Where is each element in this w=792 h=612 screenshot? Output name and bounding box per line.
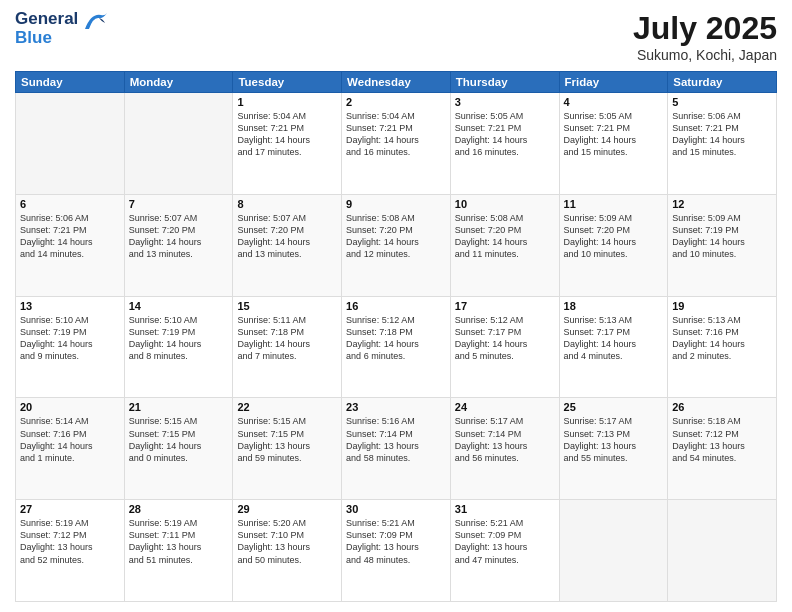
title-block: July 2025 Sukumo, Kochi, Japan (633, 10, 777, 63)
day-number: 12 (672, 198, 772, 210)
table-row: 18Sunrise: 5:13 AM Sunset: 7:17 PM Dayli… (559, 296, 668, 398)
table-row: 4Sunrise: 5:05 AM Sunset: 7:21 PM Daylig… (559, 93, 668, 195)
table-row (16, 93, 125, 195)
day-info: Sunrise: 5:04 AM Sunset: 7:21 PM Dayligh… (346, 110, 446, 159)
day-number: 4 (564, 96, 664, 108)
day-number: 10 (455, 198, 555, 210)
table-row: 13Sunrise: 5:10 AM Sunset: 7:19 PM Dayli… (16, 296, 125, 398)
col-saturday: Saturday (668, 72, 777, 93)
day-info: Sunrise: 5:12 AM Sunset: 7:17 PM Dayligh… (455, 314, 555, 363)
day-number: 24 (455, 401, 555, 413)
table-row: 3Sunrise: 5:05 AM Sunset: 7:21 PM Daylig… (450, 93, 559, 195)
day-number: 26 (672, 401, 772, 413)
col-monday: Monday (124, 72, 233, 93)
day-info: Sunrise: 5:13 AM Sunset: 7:17 PM Dayligh… (564, 314, 664, 363)
table-row (124, 93, 233, 195)
day-number: 30 (346, 503, 446, 515)
col-sunday: Sunday (16, 72, 125, 93)
day-info: Sunrise: 5:19 AM Sunset: 7:12 PM Dayligh… (20, 517, 120, 566)
table-row: 25Sunrise: 5:17 AM Sunset: 7:13 PM Dayli… (559, 398, 668, 500)
day-number: 18 (564, 300, 664, 312)
day-number: 17 (455, 300, 555, 312)
table-row: 5Sunrise: 5:06 AM Sunset: 7:21 PM Daylig… (668, 93, 777, 195)
day-info: Sunrise: 5:12 AM Sunset: 7:18 PM Dayligh… (346, 314, 446, 363)
day-number: 3 (455, 96, 555, 108)
day-info: Sunrise: 5:15 AM Sunset: 7:15 PM Dayligh… (237, 415, 337, 464)
day-info: Sunrise: 5:05 AM Sunset: 7:21 PM Dayligh… (564, 110, 664, 159)
day-number: 5 (672, 96, 772, 108)
calendar-week-row: 27Sunrise: 5:19 AM Sunset: 7:12 PM Dayli… (16, 500, 777, 602)
day-number: 29 (237, 503, 337, 515)
day-number: 25 (564, 401, 664, 413)
day-number: 11 (564, 198, 664, 210)
table-row: 31Sunrise: 5:21 AM Sunset: 7:09 PM Dayli… (450, 500, 559, 602)
day-info: Sunrise: 5:15 AM Sunset: 7:15 PM Dayligh… (129, 415, 229, 464)
table-row: 22Sunrise: 5:15 AM Sunset: 7:15 PM Dayli… (233, 398, 342, 500)
table-row: 17Sunrise: 5:12 AM Sunset: 7:17 PM Dayli… (450, 296, 559, 398)
day-info: Sunrise: 5:11 AM Sunset: 7:18 PM Dayligh… (237, 314, 337, 363)
col-thursday: Thursday (450, 72, 559, 93)
table-row: 6Sunrise: 5:06 AM Sunset: 7:21 PM Daylig… (16, 194, 125, 296)
table-row: 19Sunrise: 5:13 AM Sunset: 7:16 PM Dayli… (668, 296, 777, 398)
day-number: 7 (129, 198, 229, 210)
table-row: 16Sunrise: 5:12 AM Sunset: 7:18 PM Dayli… (342, 296, 451, 398)
col-wednesday: Wednesday (342, 72, 451, 93)
day-info: Sunrise: 5:07 AM Sunset: 7:20 PM Dayligh… (237, 212, 337, 261)
table-row: 7Sunrise: 5:07 AM Sunset: 7:20 PM Daylig… (124, 194, 233, 296)
day-info: Sunrise: 5:21 AM Sunset: 7:09 PM Dayligh… (346, 517, 446, 566)
day-info: Sunrise: 5:10 AM Sunset: 7:19 PM Dayligh… (129, 314, 229, 363)
day-number: 22 (237, 401, 337, 413)
day-info: Sunrise: 5:08 AM Sunset: 7:20 PM Dayligh… (455, 212, 555, 261)
day-info: Sunrise: 5:14 AM Sunset: 7:16 PM Dayligh… (20, 415, 120, 464)
table-row: 28Sunrise: 5:19 AM Sunset: 7:11 PM Dayli… (124, 500, 233, 602)
header: General Blue July 2025 Sukumo, Kochi, Ja… (15, 10, 777, 63)
page: General Blue July 2025 Sukumo, Kochi, Ja… (0, 0, 792, 612)
calendar-week-row: 20Sunrise: 5:14 AM Sunset: 7:16 PM Dayli… (16, 398, 777, 500)
location: Sukumo, Kochi, Japan (633, 47, 777, 63)
day-number: 1 (237, 96, 337, 108)
day-info: Sunrise: 5:07 AM Sunset: 7:20 PM Dayligh… (129, 212, 229, 261)
day-number: 9 (346, 198, 446, 210)
day-info: Sunrise: 5:13 AM Sunset: 7:16 PM Dayligh… (672, 314, 772, 363)
table-row (668, 500, 777, 602)
day-number: 27 (20, 503, 120, 515)
day-info: Sunrise: 5:04 AM Sunset: 7:21 PM Dayligh… (237, 110, 337, 159)
logo: General Blue (15, 10, 109, 47)
col-friday: Friday (559, 72, 668, 93)
calendar-week-row: 1Sunrise: 5:04 AM Sunset: 7:21 PM Daylig… (16, 93, 777, 195)
table-row: 21Sunrise: 5:15 AM Sunset: 7:15 PM Dayli… (124, 398, 233, 500)
day-number: 19 (672, 300, 772, 312)
logo-line2: Blue (15, 29, 78, 48)
table-row: 23Sunrise: 5:16 AM Sunset: 7:14 PM Dayli… (342, 398, 451, 500)
table-row: 20Sunrise: 5:14 AM Sunset: 7:16 PM Dayli… (16, 398, 125, 500)
day-info: Sunrise: 5:09 AM Sunset: 7:20 PM Dayligh… (564, 212, 664, 261)
calendar-table: Sunday Monday Tuesday Wednesday Thursday… (15, 71, 777, 602)
day-info: Sunrise: 5:16 AM Sunset: 7:14 PM Dayligh… (346, 415, 446, 464)
day-info: Sunrise: 5:05 AM Sunset: 7:21 PM Dayligh… (455, 110, 555, 159)
table-row: 30Sunrise: 5:21 AM Sunset: 7:09 PM Dayli… (342, 500, 451, 602)
day-info: Sunrise: 5:19 AM Sunset: 7:11 PM Dayligh… (129, 517, 229, 566)
table-row: 10Sunrise: 5:08 AM Sunset: 7:20 PM Dayli… (450, 194, 559, 296)
day-number: 13 (20, 300, 120, 312)
day-info: Sunrise: 5:10 AM Sunset: 7:19 PM Dayligh… (20, 314, 120, 363)
table-row: 11Sunrise: 5:09 AM Sunset: 7:20 PM Dayli… (559, 194, 668, 296)
day-info: Sunrise: 5:09 AM Sunset: 7:19 PM Dayligh… (672, 212, 772, 261)
day-number: 16 (346, 300, 446, 312)
table-row: 12Sunrise: 5:09 AM Sunset: 7:19 PM Dayli… (668, 194, 777, 296)
day-info: Sunrise: 5:17 AM Sunset: 7:14 PM Dayligh… (455, 415, 555, 464)
day-number: 23 (346, 401, 446, 413)
table-row: 1Sunrise: 5:04 AM Sunset: 7:21 PM Daylig… (233, 93, 342, 195)
day-number: 14 (129, 300, 229, 312)
day-info: Sunrise: 5:06 AM Sunset: 7:21 PM Dayligh… (20, 212, 120, 261)
day-number: 28 (129, 503, 229, 515)
day-number: 6 (20, 198, 120, 210)
calendar-week-row: 6Sunrise: 5:06 AM Sunset: 7:21 PM Daylig… (16, 194, 777, 296)
table-row: 2Sunrise: 5:04 AM Sunset: 7:21 PM Daylig… (342, 93, 451, 195)
day-info: Sunrise: 5:20 AM Sunset: 7:10 PM Dayligh… (237, 517, 337, 566)
day-number: 20 (20, 401, 120, 413)
logo-line1: General (15, 10, 78, 29)
day-number: 21 (129, 401, 229, 413)
table-row (559, 500, 668, 602)
day-number: 15 (237, 300, 337, 312)
day-info: Sunrise: 5:08 AM Sunset: 7:20 PM Dayligh… (346, 212, 446, 261)
